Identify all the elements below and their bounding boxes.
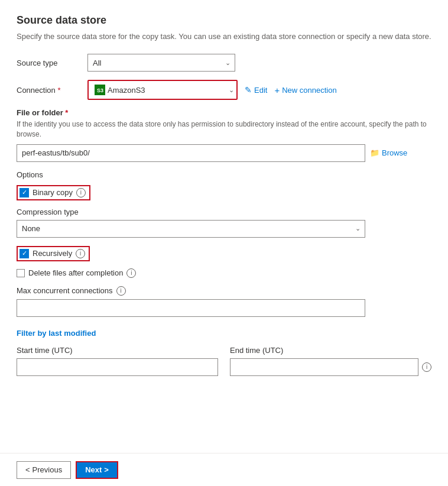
max-connections-input[interactable] bbox=[17, 299, 365, 317]
recursively-checkbox[interactable]: ✓ bbox=[20, 249, 29, 258]
compression-type-label: Compression type bbox=[17, 208, 431, 216]
connection-value: AmazonS3 bbox=[108, 86, 226, 95]
chevron-right-icon: > bbox=[104, 465, 109, 474]
amazons3-icon: S3 bbox=[95, 85, 105, 95]
end-time-info-icon[interactable]: i bbox=[422, 362, 431, 372]
edit-button[interactable]: ✎ Edit bbox=[245, 85, 267, 95]
end-time-input[interactable] bbox=[230, 358, 418, 376]
recursively-label: Recursively bbox=[33, 249, 72, 258]
page-description: Specify the source data store for the co… bbox=[17, 31, 431, 42]
filter-by-last-modified-title: Filter by last modified bbox=[17, 329, 431, 338]
new-connection-button[interactable]: + New connection bbox=[274, 86, 336, 95]
connection-select-wrapper: S3 AmazonS3 ⌄ bbox=[87, 80, 238, 100]
connection-dropdown[interactable]: S3 AmazonS3 ⌄ bbox=[89, 81, 236, 99]
source-type-select[interactable]: All bbox=[87, 54, 235, 72]
footer-bar: < Previous Next > bbox=[0, 453, 448, 486]
next-label: Next bbox=[85, 465, 102, 474]
check-icon: ✓ bbox=[22, 189, 27, 196]
file-folder-description: If the identity you use to access the da… bbox=[17, 119, 431, 140]
recursively-info-icon[interactable]: i bbox=[76, 249, 85, 258]
start-time-label: Start time (UTC) bbox=[17, 346, 218, 355]
svg-text:S3: S3 bbox=[97, 88, 103, 93]
max-connections-info-icon[interactable]: i bbox=[116, 286, 126, 296]
delete-files-checkbox[interactable] bbox=[17, 269, 25, 277]
binary-copy-info-icon[interactable]: i bbox=[76, 188, 86, 197]
start-time-input[interactable] bbox=[17, 358, 218, 376]
connection-label: Connection * bbox=[17, 86, 87, 95]
plus-icon: + bbox=[274, 86, 280, 95]
check-icon-2: ✓ bbox=[22, 250, 27, 257]
binary-copy-label: Binary copy bbox=[33, 188, 73, 197]
chevron-left-icon: < bbox=[25, 465, 30, 474]
folder-icon: 📁 bbox=[370, 148, 379, 157]
end-time-label: End time (UTC) bbox=[230, 346, 431, 355]
edit-label: Edit bbox=[254, 86, 267, 95]
file-folder-label: File or folder * bbox=[17, 108, 431, 117]
source-type-label: Source type bbox=[17, 59, 87, 67]
compression-type-select[interactable]: None bbox=[17, 220, 365, 238]
pencil-icon: ✎ bbox=[245, 85, 252, 95]
next-button[interactable]: Next > bbox=[76, 461, 118, 479]
page-title: Source data store bbox=[17, 14, 431, 27]
binary-copy-checkbox[interactable]: ✓ bbox=[20, 188, 29, 197]
browse-label: Browse bbox=[382, 148, 407, 157]
previous-button[interactable]: < Previous bbox=[17, 461, 71, 479]
options-label: Options bbox=[17, 170, 431, 179]
delete-files-info-icon[interactable]: i bbox=[126, 268, 136, 278]
new-connection-label: New connection bbox=[282, 86, 337, 95]
max-connections-label: Max concurrent connections bbox=[17, 286, 113, 295]
connection-chevron-icon: ⌄ bbox=[229, 86, 234, 94]
browse-button[interactable]: 📁 Browse bbox=[370, 148, 407, 157]
delete-files-label: Delete files after completion bbox=[28, 268, 123, 277]
previous-label: Previous bbox=[33, 465, 63, 474]
file-folder-input[interactable] bbox=[17, 144, 365, 162]
